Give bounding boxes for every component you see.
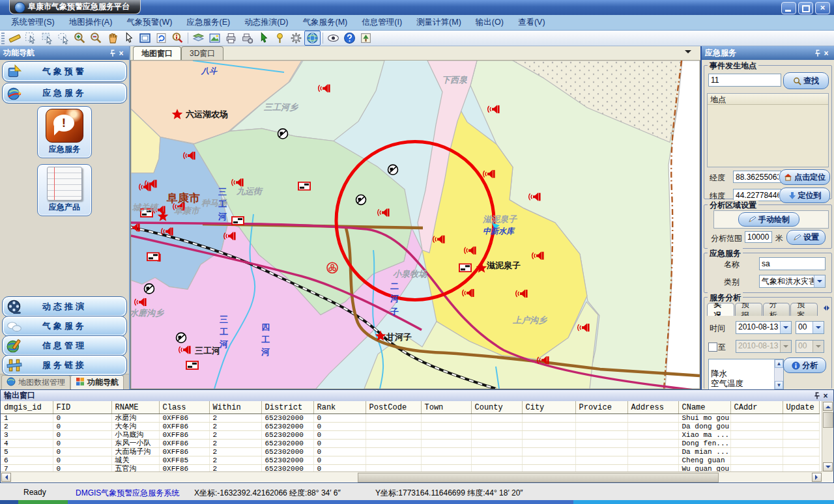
sidebar-item-links[interactable]: 服务链接 bbox=[2, 355, 127, 376]
longitude-input[interactable] bbox=[733, 171, 781, 183]
menu-item-9[interactable]: 查看(V) bbox=[511, 15, 553, 30]
analysis-range-input[interactable] bbox=[745, 231, 772, 243]
sidebar-item-film-reel[interactable]: 动态推演 bbox=[2, 296, 127, 317]
settings-button[interactable] bbox=[288, 31, 304, 46]
column-header[interactable]: Provice bbox=[575, 401, 627, 414]
column-header[interactable]: CAddr bbox=[730, 401, 783, 414]
service-name-input[interactable] bbox=[759, 257, 826, 270]
sidebar-item-globe-pencil[interactable]: 信息管理 bbox=[2, 335, 127, 356]
flag-marker[interactable] bbox=[232, 217, 244, 225]
bottom-tab-grid[interactable]: 功能导航 bbox=[70, 375, 124, 389]
close-panel-icon[interactable]: × bbox=[117, 49, 126, 58]
full-extent-button[interactable] bbox=[137, 31, 153, 46]
scroll-left-button[interactable] bbox=[1, 473, 11, 482]
flag-marker[interactable] bbox=[186, 361, 198, 369]
chevron-down-icon[interactable] bbox=[780, 322, 791, 333]
output-horizontal-scrollbar[interactable] bbox=[1, 471, 822, 483]
table-row[interactable]: 40东风一小队0XFF8626523020000Dong fen... bbox=[1, 440, 819, 448]
scroll-down-button[interactable] bbox=[823, 462, 833, 471]
refresh-button[interactable] bbox=[153, 31, 169, 46]
menu-item-2[interactable]: 气象预警(W) bbox=[119, 15, 179, 30]
flag-marker[interactable] bbox=[298, 182, 310, 190]
legend-button[interactable] bbox=[358, 31, 374, 46]
emergency-product-big-button[interactable]: 应急产品 bbox=[37, 164, 92, 216]
close-button[interactable]: × bbox=[815, 2, 830, 14]
output-vertical-scrollbar[interactable] bbox=[822, 401, 833, 472]
menu-item-8[interactable]: 输出(O) bbox=[468, 15, 511, 30]
analyze-button[interactable]: 分析 bbox=[783, 357, 826, 373]
close-panel-icon[interactable]: × bbox=[822, 49, 831, 58]
pin-icon[interactable] bbox=[813, 392, 821, 400]
select-button[interactable] bbox=[23, 31, 39, 46]
analysis-tab-预案[interactable]: 预案 bbox=[790, 303, 818, 316]
location-results-list[interactable]: 地点 bbox=[707, 93, 829, 167]
menu-item-3[interactable]: 应急服务(E) bbox=[179, 15, 237, 30]
menu-item-0[interactable]: 系统管理(S) bbox=[4, 15, 62, 30]
restore-button[interactable] bbox=[798, 2, 813, 14]
chevron-down-icon[interactable] bbox=[812, 322, 824, 333]
column-header[interactable]: CName bbox=[678, 401, 730, 414]
sidebar-item-weather-warning[interactable]: 气象预警 bbox=[2, 61, 127, 82]
menu-item-1[interactable]: 地图操作(A) bbox=[62, 15, 120, 30]
set-range-button[interactable]: 设置 bbox=[786, 230, 826, 245]
column-header[interactable]: Within bbox=[209, 401, 261, 414]
redline-button[interactable] bbox=[255, 31, 272, 46]
menu-item-7[interactable]: 测量计算(M) bbox=[409, 15, 468, 30]
menu-item-5[interactable]: 气象服务(M) bbox=[296, 15, 355, 30]
help-button[interactable] bbox=[341, 31, 358, 46]
well-marker[interactable] bbox=[145, 284, 154, 294]
column-header[interactable]: Rank bbox=[313, 401, 366, 414]
location-search-input[interactable] bbox=[708, 74, 781, 87]
menu-item-4[interactable]: 动态推演(D) bbox=[237, 15, 295, 30]
placemark-button[interactable] bbox=[272, 31, 288, 46]
well-marker[interactable] bbox=[388, 165, 398, 175]
scroll-down-icon[interactable]: ▼ bbox=[775, 381, 783, 389]
element-list-item[interactable]: 降水 bbox=[709, 369, 783, 378]
well-marker[interactable] bbox=[356, 195, 366, 204]
scroll-up-icon[interactable]: ▲ bbox=[775, 359, 783, 368]
click-locate-button[interactable]: 点击定位 bbox=[779, 169, 830, 185]
column-header[interactable]: Town bbox=[421, 401, 471, 414]
layers-button[interactable] bbox=[190, 31, 207, 46]
analysis-tab-预报[interactable]: 预报 bbox=[735, 303, 762, 316]
eye-button[interactable] bbox=[325, 31, 341, 46]
zoom-in-button[interactable] bbox=[72, 31, 88, 46]
pan-button[interactable] bbox=[104, 31, 121, 46]
zoom-out-button[interactable] bbox=[88, 31, 104, 46]
column-header[interactable]: District bbox=[261, 401, 313, 414]
column-header[interactable]: City bbox=[522, 401, 575, 414]
tab-scroll-arrows[interactable] bbox=[823, 305, 830, 311]
find-button[interactable]: 查找 bbox=[783, 72, 829, 89]
export-image-button[interactable] bbox=[207, 31, 223, 46]
flag-marker[interactable] bbox=[459, 264, 471, 272]
table-row[interactable]: 30小马廐沟0XFF8626523020000Xiao ma ... bbox=[1, 431, 819, 440]
scroll-right-icon[interactable] bbox=[827, 305, 832, 311]
pin-icon[interactable] bbox=[814, 49, 822, 57]
element-listbox[interactable]: 降水空气温度 ▲ ▼ bbox=[708, 359, 784, 389]
menu-item-6[interactable]: 信息管理(I) bbox=[354, 15, 409, 30]
print-setup-button[interactable] bbox=[239, 31, 255, 46]
column-header[interactable]: Update bbox=[783, 401, 819, 414]
pointer-button[interactable] bbox=[121, 31, 137, 46]
manual-draw-button[interactable]: 手动绘制 bbox=[738, 212, 799, 227]
scroll-left-icon[interactable] bbox=[821, 305, 826, 311]
pin-icon[interactable] bbox=[109, 49, 117, 57]
end-date-select[interactable]: 2010-08-13 bbox=[736, 340, 792, 353]
column-header[interactable]: Address bbox=[627, 401, 678, 414]
column-header[interactable]: PostCode bbox=[366, 401, 421, 414]
measure-button[interactable] bbox=[7, 31, 23, 46]
scroll-right-button[interactable] bbox=[812, 473, 822, 482]
scroll-up-button[interactable] bbox=[823, 402, 833, 411]
tab-3d-window[interactable]: 3D窗口 bbox=[181, 46, 223, 60]
end-hour-select[interactable]: 00 bbox=[796, 340, 824, 353]
chevron-down-icon[interactable] bbox=[814, 275, 825, 287]
element-list-item[interactable]: 空气温度 bbox=[709, 378, 783, 388]
column-header[interactable]: dmgis_id bbox=[1, 401, 53, 414]
map-tab-list-dropdown-icon[interactable] bbox=[685, 50, 691, 57]
table-row[interactable]: 60城关0XFF8526523020000Cheng guan bbox=[1, 456, 819, 465]
table-row[interactable]: 20大冬沟0XFF8626523020000Da dong gou bbox=[1, 423, 819, 431]
listbox-scrollbar[interactable]: ▲ ▼ bbox=[774, 359, 783, 389]
sidebar-item-clouds[interactable]: 气象服务 bbox=[2, 316, 127, 337]
minimize-button[interactable] bbox=[781, 2, 796, 14]
well-marker[interactable] bbox=[177, 333, 186, 343]
